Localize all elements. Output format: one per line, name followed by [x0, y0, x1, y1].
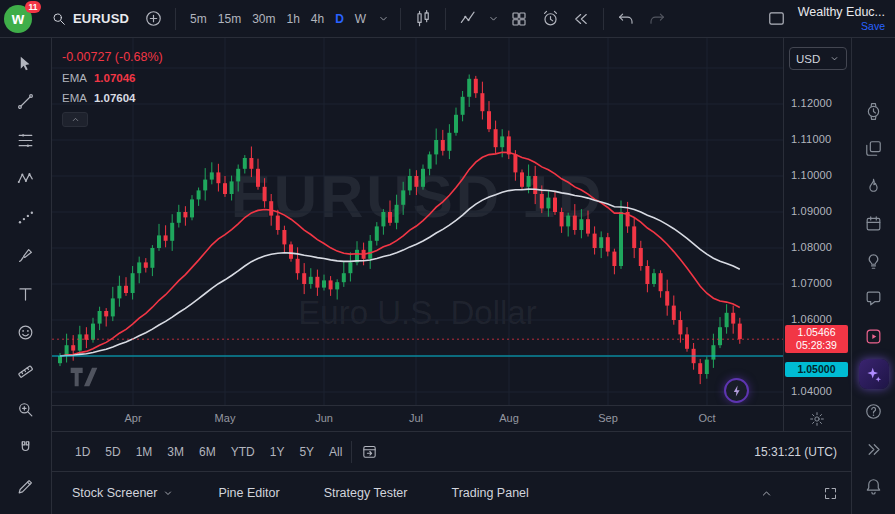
- separator: [351, 441, 352, 463]
- forecast-tool[interactable]: [9, 202, 43, 232]
- emoji-tool[interactable]: [9, 318, 43, 348]
- chat-button[interactable]: [859, 284, 889, 314]
- account-name: Wealthy Educ...: [798, 5, 885, 20]
- topbar-right-cluster: Wealthy Educ... Save: [764, 5, 887, 33]
- fib-tool[interactable]: [9, 125, 43, 155]
- quick-action-button[interactable]: [724, 378, 749, 403]
- tab-strategy-tester[interactable]: Strategy Tester: [324, 486, 408, 500]
- axis-settings-button[interactable]: [804, 408, 830, 430]
- fib-icon: [16, 131, 35, 150]
- cursor-icon: [16, 54, 35, 73]
- bottom-panel: Stock ScreenerPine EditorStrategy Tester…: [52, 471, 851, 514]
- go-to-date-button[interactable]: [356, 439, 382, 465]
- public-chats-button[interactable]: [859, 434, 889, 464]
- compare-add-button[interactable]: [140, 6, 166, 32]
- ema-fast-line[interactable]: [60, 152, 740, 356]
- multichart-layout-button[interactable]: [506, 6, 532, 32]
- trend-line-tool[interactable]: [9, 87, 43, 117]
- tab-stock-screener[interactable]: Stock Screener: [72, 486, 174, 500]
- symbol-search[interactable]: EURUSD: [45, 7, 135, 31]
- forecast-icon: [16, 208, 35, 227]
- pattern-tool[interactable]: [9, 164, 43, 194]
- timeframe-menu-button[interactable]: [376, 6, 391, 32]
- panel-maximize-button[interactable]: [817, 480, 843, 506]
- timeframe-5m[interactable]: 5m: [185, 8, 212, 30]
- streams-button[interactable]: [859, 322, 889, 352]
- legend-collapse-button[interactable]: [62, 112, 88, 127]
- panel-open-button[interactable]: [753, 480, 779, 506]
- range-5d[interactable]: 5D: [100, 441, 125, 463]
- separator: [175, 8, 176, 30]
- tab-pine-editor[interactable]: Pine Editor: [218, 486, 279, 500]
- calendar-button[interactable]: [859, 209, 889, 239]
- create-alert-button[interactable]: [537, 6, 563, 32]
- bar-replay-button[interactable]: [568, 6, 594, 32]
- watchlist-button[interactable]: [859, 96, 889, 126]
- price-label: 1.06000: [791, 313, 832, 325]
- price-axis[interactable]: USD 1.120001.110001.100001.090001.080001…: [783, 38, 851, 405]
- save-link[interactable]: Save: [861, 20, 885, 33]
- indicators-button[interactable]: [455, 6, 481, 32]
- magnet-tool[interactable]: [9, 433, 43, 463]
- chevrons-right-icon: [864, 440, 883, 459]
- timeframe-30m[interactable]: 30m: [247, 8, 280, 30]
- hotlists-button[interactable]: [859, 171, 889, 201]
- range-ytd[interactable]: YTD: [226, 441, 260, 463]
- ideas-button[interactable]: [859, 246, 889, 276]
- redo-button[interactable]: [644, 6, 670, 32]
- indicator-value: 1.07604: [94, 92, 136, 104]
- chart-style-button[interactable]: [410, 6, 436, 32]
- smiley-icon: [16, 323, 35, 342]
- timeframe-W[interactable]: W: [350, 8, 371, 30]
- ema-slow-line[interactable]: [60, 189, 740, 356]
- currency-label: USD: [796, 53, 820, 65]
- cursor-tool[interactable]: [9, 48, 43, 78]
- range-1m[interactable]: 1M: [131, 441, 158, 463]
- timeframe-1h[interactable]: 1h: [281, 8, 304, 30]
- tradingview-logo-icon: [68, 361, 100, 393]
- edit-tool[interactable]: [9, 472, 43, 502]
- month-label: Jul: [409, 412, 423, 424]
- currency-dropdown[interactable]: USD: [789, 47, 847, 70]
- brush-icon: [16, 246, 35, 265]
- chart-area[interactable]: EURUSD 1D Euro U.S. Dollar -0.00727 (-0.…: [52, 38, 783, 405]
- notification-count-badge: 11: [25, 1, 41, 13]
- account-menu[interactable]: Wealthy Educ... Save: [798, 5, 887, 33]
- range-1y[interactable]: 1Y: [265, 441, 290, 463]
- account-logo[interactable]: w 11: [4, 3, 40, 35]
- range-6m[interactable]: 6M: [194, 441, 221, 463]
- indicator-templates-button[interactable]: [486, 6, 501, 32]
- clock[interactable]: 15:31:21 (UTC): [754, 445, 837, 459]
- save-layout-button[interactable]: [764, 6, 790, 32]
- tradingview-logo[interactable]: [68, 361, 100, 393]
- range-5y[interactable]: 5Y: [294, 441, 319, 463]
- notifications-button[interactable]: [859, 472, 889, 502]
- range-1d[interactable]: 1D: [70, 441, 95, 463]
- indicator-legend-row[interactable]: EMA1.07046: [62, 72, 163, 84]
- trend-icon: [16, 92, 35, 111]
- indicator-legend-row[interactable]: EMA1.07604: [62, 92, 163, 104]
- timeframe-4h[interactable]: 4h: [306, 8, 329, 30]
- range-toolbar: 1D5D1M3M6MYTD1Y5YAll 15:31:21 (UTC): [52, 431, 851, 471]
- help-button[interactable]: [859, 397, 889, 427]
- tab-trading-panel[interactable]: Trading Panel: [451, 486, 528, 500]
- alert-price-badge: 1.05000: [785, 362, 848, 377]
- text-tool[interactable]: [9, 279, 43, 309]
- range-3m[interactable]: 3M: [162, 441, 189, 463]
- timeframe-15m[interactable]: 15m: [213, 8, 246, 30]
- brush-tool[interactable]: [9, 241, 43, 271]
- range-all[interactable]: All: [324, 441, 347, 463]
- price-label: 1.09000: [791, 205, 832, 217]
- ai-assistant-button[interactable]: [859, 359, 889, 389]
- timeframe-D[interactable]: D: [330, 8, 349, 30]
- object-tree-button[interactable]: [859, 134, 889, 164]
- chevron-down-icon: [162, 487, 174, 499]
- measure-icon: [16, 362, 35, 381]
- zoom-tool[interactable]: [9, 395, 43, 425]
- measure-tool[interactable]: [9, 356, 43, 386]
- undo-button[interactable]: [613, 6, 639, 32]
- month-label: Oct: [698, 412, 715, 424]
- time-axis[interactable]: AprMayJunJulAugSepOct: [52, 405, 851, 431]
- tradingview-app: w 11 EURUSD 5m15m30m1h4hDW Wealthy Educ.…: [0, 0, 895, 514]
- candles-icon: [414, 9, 433, 28]
